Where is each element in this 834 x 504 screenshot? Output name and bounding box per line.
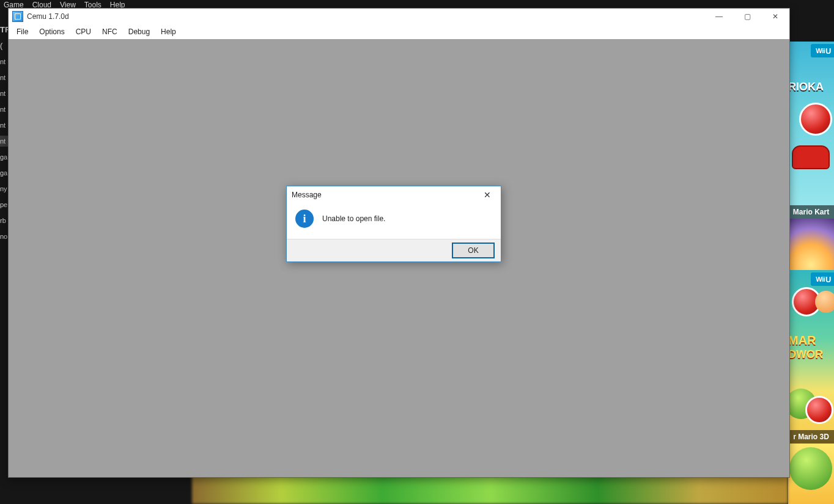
green-blob-icon bbox=[789, 447, 832, 490]
game-tile-mario-kart[interactable]: WiiU RIOKA Mario Kart bbox=[788, 42, 834, 219]
game-tile-mario-3d[interactable]: WiiU MAR DWOR r Mario 3D bbox=[788, 270, 834, 444]
game-tiles-column: WiiU RIOKA Mario Kart WiiU MAR DWOR r Ma… bbox=[788, 42, 834, 504]
kart-icon bbox=[792, 145, 830, 169]
cemu-titlebar[interactable]: Cemu 1.7.0d — ▢ ✕ bbox=[9, 9, 789, 24]
message-dialog-title: Message bbox=[292, 191, 479, 199]
tile-title: r Mario 3D bbox=[788, 430, 834, 444]
cemu-menu-debug[interactable]: Debug bbox=[123, 26, 155, 38]
cemu-app-icon bbox=[12, 11, 23, 22]
cemu-menu-help[interactable]: Help bbox=[155, 26, 182, 38]
peach-head-icon bbox=[815, 291, 834, 313]
ok-button[interactable]: OK bbox=[452, 243, 495, 258]
window-minimize-button[interactable]: — bbox=[705, 9, 733, 24]
game-tile-gap bbox=[788, 219, 834, 270]
tile-title: Mario Kart bbox=[788, 205, 834, 219]
wiiu-badge: WiiU bbox=[811, 44, 834, 57]
message-dialog-titlebar[interactable]: Message ✕ bbox=[287, 186, 501, 203]
cemu-menu-file[interactable]: File bbox=[11, 26, 34, 38]
message-dialog: Message ✕ i Unable to open file. OK bbox=[286, 186, 501, 262]
game-tile-partial bbox=[788, 444, 834, 504]
window-maximize-button[interactable]: ▢ bbox=[733, 9, 761, 24]
tile-logo-text: MAR bbox=[788, 334, 816, 348]
cemu-menubar: File Options CPU NFC Debug Help bbox=[9, 24, 789, 40]
cemu-menu-cpu[interactable]: CPU bbox=[70, 26, 97, 38]
message-dialog-footer: OK bbox=[287, 239, 501, 261]
cemu-menu-nfc[interactable]: NFC bbox=[97, 26, 123, 38]
mario-head-icon bbox=[805, 396, 833, 424]
wiiu-badge-text: Wii bbox=[816, 276, 825, 283]
mario-head-icon bbox=[799, 103, 832, 136]
message-dialog-close-button[interactable]: ✕ bbox=[479, 189, 496, 201]
message-dialog-text: Unable to open file. bbox=[322, 214, 385, 223]
tile-logo-text: DWOR bbox=[788, 348, 823, 361]
tile-logo-text: RIOKA bbox=[788, 81, 824, 93]
wiiu-badge: WiiU bbox=[811, 272, 834, 286]
background-blur-strip bbox=[192, 476, 788, 504]
window-close-button[interactable]: ✕ bbox=[761, 9, 789, 24]
info-icon: i bbox=[295, 210, 314, 228]
cemu-title: Cemu 1.7.0d bbox=[27, 12, 69, 21]
wiiu-badge-super: U bbox=[825, 275, 831, 284]
cemu-menu-options[interactable]: Options bbox=[34, 26, 70, 38]
message-dialog-body: i Unable to open file. bbox=[287, 203, 501, 239]
wiiu-badge-text: Wii bbox=[816, 47, 825, 54]
wiiu-badge-super: U bbox=[825, 46, 831, 56]
